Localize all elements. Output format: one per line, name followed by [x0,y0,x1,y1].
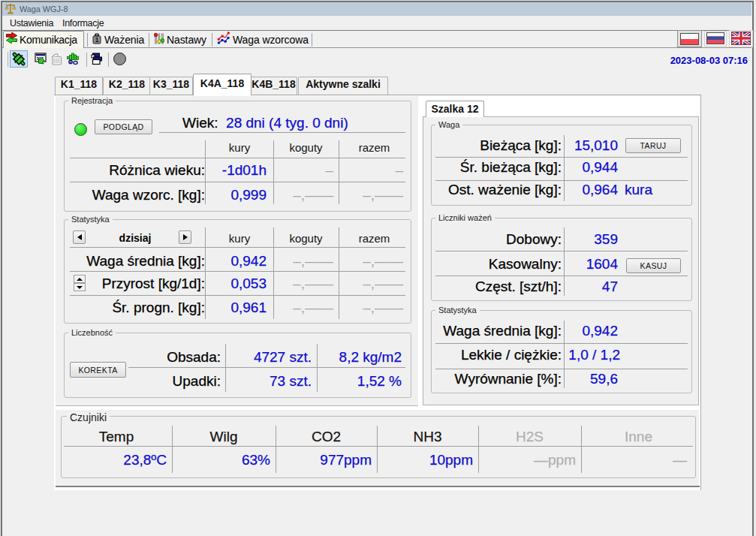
svg-text:1: 1 [95,36,99,44]
